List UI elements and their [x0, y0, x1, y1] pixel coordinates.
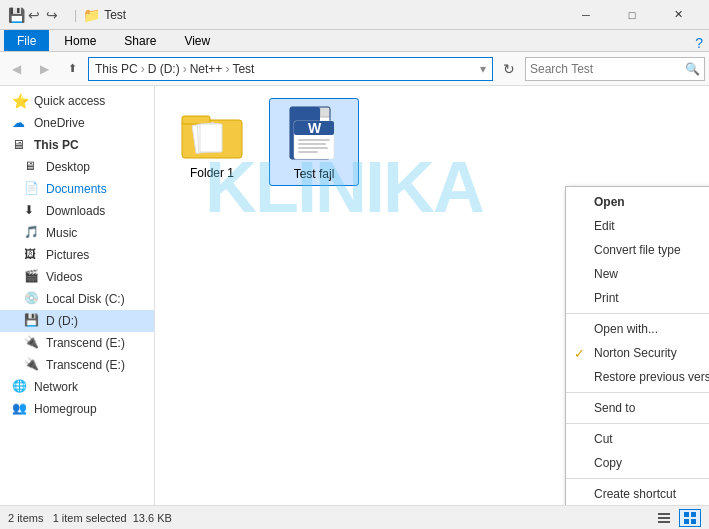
- search-icon[interactable]: 🔍: [685, 62, 700, 76]
- sidebar-item-pictures[interactable]: 🖼 Pictures: [0, 244, 154, 266]
- close-button[interactable]: ✕: [655, 0, 701, 30]
- svg-rect-8: [320, 107, 330, 117]
- ctx-sep3: [566, 423, 709, 424]
- ctx-sep2: [566, 392, 709, 393]
- svg-rect-2: [182, 116, 210, 124]
- homegroup-icon: 👥: [12, 401, 28, 417]
- ctx-open[interactable]: Open: [566, 190, 709, 214]
- documents-icon: 📄: [24, 181, 40, 197]
- sidebar-item-quick-access[interactable]: ⭐ Quick access: [0, 90, 154, 112]
- up-button[interactable]: ⬆: [60, 57, 84, 81]
- sidebar-item-d[interactable]: 💾 D (D:): [0, 310, 154, 332]
- sidebar-item-music[interactable]: 🎵 Music: [0, 222, 154, 244]
- sidebar-item-downloads[interactable]: ⬇ Downloads: [0, 200, 154, 222]
- svg-rect-16: [298, 147, 328, 149]
- svg-text:W: W: [308, 120, 322, 136]
- ctx-copy[interactable]: Copy: [566, 451, 709, 475]
- path-netpp[interactable]: Net++: [190, 62, 223, 76]
- window-controls[interactable]: ─ □ ✕: [563, 0, 701, 30]
- svg-rect-15: [298, 143, 326, 145]
- file-item-folder1[interactable]: Folder 1: [167, 98, 257, 186]
- ctx-new[interactable]: New: [566, 262, 709, 286]
- quick-access-toolbar[interactable]: 💾 ↩ ↪: [8, 7, 60, 23]
- ctx-convert[interactable]: Convert file type: [566, 238, 709, 262]
- tab-view[interactable]: View: [171, 30, 223, 51]
- disk-d-icon: 💾: [24, 313, 40, 329]
- pictures-icon: 🖼: [24, 247, 40, 263]
- file-item-testfajl[interactable]: W Test fajl: [269, 98, 359, 186]
- path-dropdown-icon[interactable]: ▾: [480, 62, 486, 76]
- sidebar-item-localc[interactable]: 💿 Local Disk (C:): [0, 288, 154, 310]
- ctx-sendto[interactable]: Send to ▶: [566, 396, 709, 420]
- cloud-icon: ☁: [12, 115, 28, 131]
- main-container: ⭐ Quick access ☁ OneDrive 🖥 This PC 🖥 De…: [0, 86, 709, 505]
- svg-rect-23: [684, 519, 689, 524]
- sidebar-item-homegroup[interactable]: 👥 Homegroup: [0, 398, 154, 420]
- search-box[interactable]: 🔍: [525, 57, 705, 81]
- redo-icon[interactable]: ↪: [44, 7, 60, 23]
- address-bar: ◀ ▶ ⬆ This PC › D (D:) › Net++ › Test ▾ …: [0, 52, 709, 86]
- status-size: 13.6 KB: [133, 512, 172, 524]
- save-icon[interactable]: 💾: [8, 7, 24, 23]
- ctx-edit[interactable]: Edit: [566, 214, 709, 238]
- undo-icon[interactable]: ↩: [26, 7, 42, 23]
- tab-file[interactable]: File: [4, 30, 49, 51]
- large-icons-view-button[interactable]: [679, 509, 701, 527]
- title-bar-title: Test: [104, 8, 126, 22]
- sidebar-item-transcend2[interactable]: 🔌 Transcend (E:): [0, 354, 154, 376]
- ctx-cut[interactable]: Cut: [566, 427, 709, 451]
- sidebar-item-transcend1[interactable]: 🔌 Transcend (E:): [0, 332, 154, 354]
- sidebar-item-documents[interactable]: 📄 Documents: [0, 178, 154, 200]
- tab-share[interactable]: Share: [111, 30, 169, 51]
- status-selected: 1 item selected: [53, 512, 127, 524]
- file-grid: Folder 1 W: [163, 94, 701, 190]
- svg-rect-14: [298, 139, 330, 141]
- address-path[interactable]: This PC › D (D:) › Net++ › Test ▾: [88, 57, 493, 81]
- sidebar-item-network[interactable]: 🌐 Network: [0, 376, 154, 398]
- ribbon-tabs: File Home Share View ?: [0, 30, 709, 52]
- refresh-button[interactable]: ↻: [497, 57, 521, 81]
- maximize-button[interactable]: □: [609, 0, 655, 30]
- ribbon-help-icon[interactable]: ?: [695, 35, 703, 51]
- ctx-print[interactable]: Print: [566, 286, 709, 310]
- details-view-button[interactable]: [653, 509, 675, 527]
- pc-icon: 🖥: [12, 137, 28, 153]
- videos-icon: 🎬: [24, 269, 40, 285]
- ctx-norton[interactable]: ✓ Norton Security ▶: [566, 341, 709, 365]
- ctx-sep4: [566, 478, 709, 479]
- ctx-sep1: [566, 313, 709, 314]
- svg-rect-21: [684, 512, 689, 517]
- search-input[interactable]: [530, 62, 685, 76]
- svg-rect-24: [691, 519, 696, 524]
- back-button[interactable]: ◀: [4, 57, 28, 81]
- ctx-create-shortcut[interactable]: Create shortcut: [566, 482, 709, 505]
- path-thispc[interactable]: This PC: [95, 62, 138, 76]
- status-bar: 2 items 1 item selected 13.6 KB: [0, 505, 709, 529]
- status-item-count: 2 items: [8, 512, 43, 524]
- path-test[interactable]: Test: [232, 62, 254, 76]
- file-area: KLINIKA Folder 1: [155, 86, 709, 505]
- minimize-button[interactable]: ─: [563, 0, 609, 30]
- forward-button[interactable]: ▶: [32, 57, 56, 81]
- path-d[interactable]: D (D:): [148, 62, 180, 76]
- tab-home[interactable]: Home: [51, 30, 109, 51]
- sidebar-item-desktop[interactable]: 🖥 Desktop: [0, 156, 154, 178]
- star-icon: ⭐: [12, 93, 28, 109]
- details-icon: [657, 511, 671, 525]
- svg-rect-22: [691, 512, 696, 517]
- sidebar: ⭐ Quick access ☁ OneDrive 🖥 This PC 🖥 De…: [0, 86, 155, 505]
- folder-icon: [180, 102, 244, 166]
- file-name-folder1: Folder 1: [190, 166, 234, 180]
- sidebar-item-videos[interactable]: 🎬 Videos: [0, 266, 154, 288]
- music-icon: 🎵: [24, 225, 40, 241]
- docx-icon: W: [282, 103, 346, 167]
- sidebar-item-thispc[interactable]: 🖥 This PC: [0, 134, 154, 156]
- ctx-open-with[interactable]: Open with... ▶: [566, 317, 709, 341]
- desktop-icon: 🖥: [24, 159, 40, 175]
- view-controls: [653, 509, 701, 527]
- file-name-testfajl: Test fajl: [294, 167, 335, 181]
- ctx-restore[interactable]: Restore previous versions: [566, 365, 709, 389]
- title-bar-folder-icon: 📁: [83, 7, 100, 23]
- usb2-icon: 🔌: [24, 357, 40, 373]
- sidebar-item-onedrive[interactable]: ☁ OneDrive: [0, 112, 154, 134]
